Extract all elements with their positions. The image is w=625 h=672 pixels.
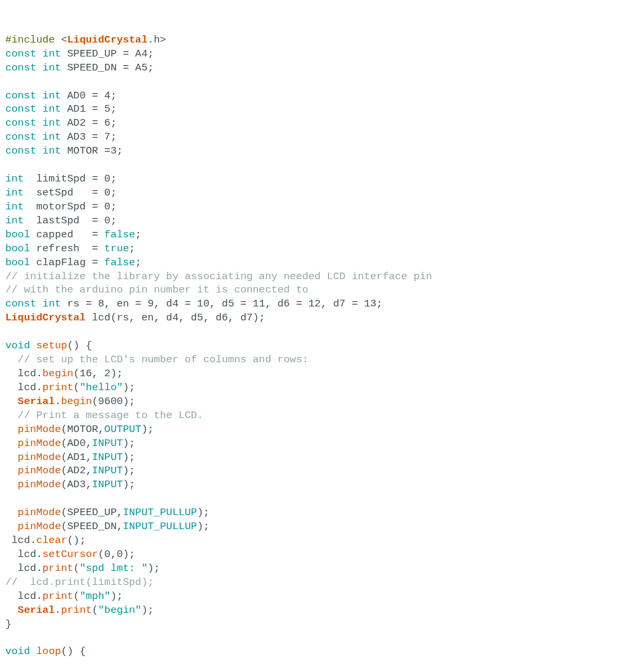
function-name: loop (37, 645, 61, 657)
text: (9600); (92, 395, 135, 407)
text: capped = (30, 229, 104, 241)
keyword: const (5, 131, 37, 143)
text: (MOTOR, (61, 423, 104, 435)
method: begin (43, 368, 74, 380)
text: AD3 = 7; (61, 131, 117, 143)
function: pinMode (18, 520, 61, 532)
function: pinMode (18, 479, 61, 491)
comment: // with the arduino pin number it is con… (5, 284, 309, 296)
keyword: bool (5, 257, 30, 269)
text (5, 451, 18, 463)
bool-val: true (104, 243, 129, 255)
text: lcd. (5, 382, 43, 393)
serial: Serial (18, 395, 55, 407)
text: (AD2, (61, 465, 92, 477)
keyword: int (43, 131, 61, 143)
method: print (43, 382, 74, 393)
keyword: const (5, 145, 37, 157)
text: lastSpd = 0; (24, 215, 117, 227)
method: print (43, 562, 74, 574)
text: . (55, 604, 61, 616)
constant: INPUT (92, 451, 123, 463)
text: ); (110, 590, 123, 602)
text: limitSpd = 0; (24, 173, 117, 185)
text: motorSpd = 0; (24, 201, 117, 213)
text: ); (197, 506, 209, 518)
text: (AD0, (61, 437, 92, 449)
text: (SPEED_DN, (61, 520, 123, 532)
keyword: int (43, 298, 61, 310)
text: ( (73, 590, 79, 602)
keyword: int (43, 145, 61, 157)
text: ); (142, 604, 154, 616)
comment: // initialize the library by associating… (5, 271, 432, 282)
function: pinMode (18, 465, 61, 477)
text (5, 465, 18, 477)
comment: // Print a message to the LCD. (5, 409, 203, 421)
text: refresh = (30, 243, 104, 255)
text: clapFlag = (30, 257, 104, 269)
method: clear (37, 534, 68, 546)
text (5, 395, 18, 407)
text: lcd. (5, 368, 43, 380)
bool-val: false (104, 229, 136, 241)
text: ); (148, 562, 160, 574)
text: lcd. (5, 590, 43, 602)
keyword: const (5, 117, 37, 129)
keyword: const (5, 90, 37, 102)
function: pinMode (18, 437, 61, 449)
text: ; (135, 257, 141, 269)
text: } (5, 618, 11, 630)
text: ); (197, 520, 209, 532)
keyword: int (5, 215, 24, 227)
text: ; (129, 243, 135, 255)
string: "mph" (80, 590, 111, 602)
text: ; (135, 229, 141, 241)
text: ); (123, 479, 136, 491)
text: () { (61, 645, 86, 657)
text (5, 506, 18, 518)
text: ); (123, 465, 136, 477)
lib-name: LiquidCrystal (67, 34, 148, 46)
keyword: int (43, 62, 61, 74)
text: SPEED_DN = A5; (61, 62, 154, 74)
preproc: #include (5, 34, 55, 46)
type-name: LiquidCrystal (5, 312, 86, 324)
text (5, 604, 18, 616)
text: (16, 2); (73, 368, 122, 380)
keyword: int (43, 117, 61, 129)
text: < (55, 34, 67, 46)
keyword: const (5, 48, 37, 60)
constant: INPUT (92, 465, 123, 477)
string: "hello" (80, 382, 123, 393)
text: . (55, 395, 61, 407)
text: ( (73, 562, 79, 574)
comment: // lcd.print(limitSpd); (5, 576, 154, 588)
text: (0,0); (98, 548, 136, 560)
keyword: int (5, 173, 24, 185)
text: AD2 = 6; (61, 117, 117, 129)
function: pinMode (18, 451, 61, 463)
text: SPEED_UP = A4; (61, 48, 154, 60)
code-block: #include <LiquidCrystal.h> const int SPE… (5, 33, 620, 659)
constant: INPUT (92, 437, 123, 449)
text: (AD3, (61, 479, 92, 491)
keyword: int (43, 48, 61, 60)
text: ); (123, 437, 136, 449)
function: pinMode (18, 506, 61, 518)
text: ); (123, 451, 136, 463)
keyword: const (5, 62, 37, 74)
string: "spd lmt: " (80, 562, 148, 574)
function: pinMode (18, 423, 61, 435)
text: (); (67, 534, 86, 546)
constant: INPUT (92, 479, 123, 491)
text: lcd. (5, 562, 43, 574)
text: MOTOR =3; (61, 145, 123, 157)
text (5, 423, 18, 435)
serial: Serial (18, 604, 55, 616)
constant: INPUT_PULLUP (123, 520, 197, 532)
keyword: int (5, 187, 24, 199)
text: (SPEED_UP, (61, 506, 123, 518)
text: .h> (148, 34, 166, 46)
keyword: void (5, 645, 30, 657)
